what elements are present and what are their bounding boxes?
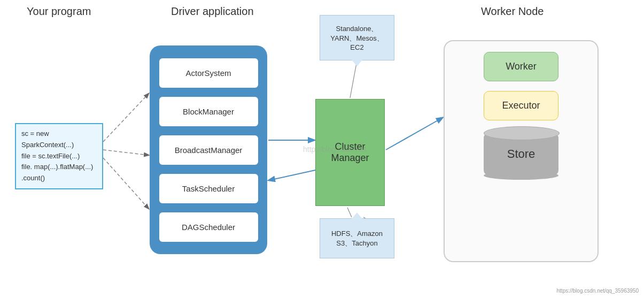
code-line-2: file = sc.textFile(...) [21, 151, 97, 162]
driver-application-box: ActorSystem BlockManager BroadcastManage… [150, 45, 267, 254]
worker-node-box: Worker Executor Store [444, 40, 599, 262]
worker-box: Worker [484, 52, 558, 81]
svg-line-2 [103, 158, 149, 209]
your-program-box: sc = new SparkContext(...) file = sc.tex… [15, 123, 103, 189]
actor-system-box: ActorSystem [159, 58, 258, 88]
cluster-manager-label: ClusterManager [331, 141, 369, 164]
dag-scheduler-box: DAGScheduler [159, 212, 258, 242]
code-line-3: file. map(...).flatMap(...) [21, 162, 97, 173]
storage-text: HDFS、AmazonS3、Tachyon [331, 229, 383, 248]
store-box: Store [484, 130, 558, 178]
svg-line-5 [386, 118, 443, 150]
task-scheduler-box: TaskScheduler [159, 174, 258, 203]
svg-line-4 [269, 170, 315, 180]
executor-box: Executor [484, 91, 558, 120]
your-program-label: Your program [27, 5, 91, 18]
copyright: https://blog.csdn.net/qq_35963950 [557, 288, 639, 294]
code-line-1: sc = new SparkContext(...) [21, 128, 97, 151]
executor-label: Executor [502, 100, 540, 111]
cluster-type-callout: Standalone、YARN、Mesos、EC2 [320, 15, 394, 60]
svg-line-11 [347, 208, 352, 217]
worker-node-label: Worker Node [481, 5, 544, 18]
storage-callout: HDFS、AmazonS3、Tachyon [320, 218, 394, 258]
driver-application-label: Driver application [171, 5, 254, 18]
block-manager-box: BlockManager [159, 97, 258, 126]
worker-label: Worker [506, 61, 537, 72]
store-cylinder: Store [484, 133, 558, 175]
diagram: Your program Driver application Worker N… [0, 0, 644, 298]
cluster-type-text: Standalone、YARN、Mesos、EC2 [330, 24, 383, 51]
svg-line-0 [103, 94, 149, 142]
cluster-manager-box: ClusterManager [315, 99, 385, 206]
broadcast-manager-box: BroadcastManager [159, 135, 258, 165]
store-label: Store [507, 147, 536, 161]
code-line-4: .count() [21, 173, 97, 184]
svg-line-1 [103, 150, 149, 155]
